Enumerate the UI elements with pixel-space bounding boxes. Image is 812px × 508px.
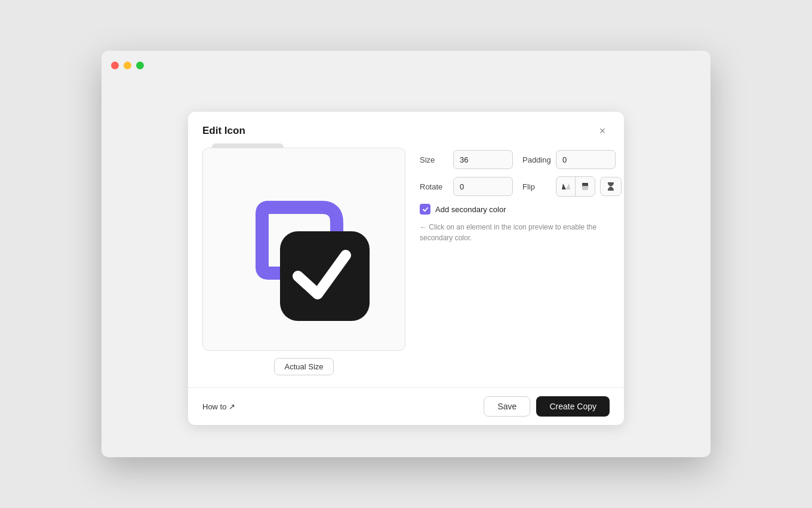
rotate-label: Rotate [420,182,448,191]
actual-size-button[interactable]: Actual Size [274,358,333,375]
svg-marker-2 [566,183,570,189]
svg-marker-1 [562,183,566,189]
svg-rect-3 [582,183,588,186]
hourglass-button[interactable] [600,177,622,196]
size-padding-row: Size Padding [420,150,622,169]
how-to-link[interactable]: How to ↗ [202,402,235,411]
secondary-color-row: Add secondary color [420,204,622,215]
padding-label: Padding [522,155,551,164]
minimize-traffic-light[interactable] [124,62,131,69]
hint-text: ← Click on an element in the icon previe… [420,222,622,243]
flip-h-icon [561,182,571,191]
preview-panel: Actual Size [202,148,405,375]
modal-header: Edit Icon × [188,112,624,148]
modal-footer: How to ↗ Save Create Copy [188,387,624,425]
footer-buttons: Save Create Copy [484,396,610,417]
fullscreen-traffic-light[interactable] [136,62,144,69]
checkmark-icon [422,206,429,213]
icon-svg [232,178,376,321]
flip-horizontal-button[interactable] [556,177,576,196]
size-input[interactable] [453,150,513,169]
secondary-color-checkbox[interactable] [420,204,430,215]
rotate-flip-row: Rotate Flip [420,176,622,197]
window-content: Edit Icon × [102,79,710,457]
icon-svg-wrapper [226,172,382,327]
controls-panel: Size Padding Rotate [420,148,622,375]
flip-vertical-button[interactable] [576,177,595,196]
padding-group: Padding [522,150,616,169]
rotate-group: Rotate [420,177,513,196]
app-window: Edit Icon × [102,51,710,457]
size-label: Size [420,155,448,164]
modal-body: Actual Size Size Padding [188,148,624,387]
edit-icon-modal: Edit Icon × [188,112,624,425]
padding-input[interactable] [556,150,616,169]
flip-group: Flip [522,176,622,197]
hourglass-icon [607,182,615,191]
save-button[interactable]: Save [484,396,530,417]
rotate-input[interactable] [453,177,513,196]
close-traffic-light[interactable] [111,62,119,69]
svg-rect-4 [582,187,588,190]
modal-title: Edit Icon [202,125,245,137]
flip-buttons [556,176,595,197]
title-bar [102,51,710,79]
create-copy-button[interactable]: Create Copy [536,396,610,417]
size-group: Size [420,150,513,169]
secondary-color-label: Add secondary color [435,205,506,214]
flip-label: Flip [522,182,551,191]
icon-preview-box[interactable] [202,148,405,351]
flip-v-icon [580,182,590,191]
close-button[interactable]: × [595,124,610,138]
